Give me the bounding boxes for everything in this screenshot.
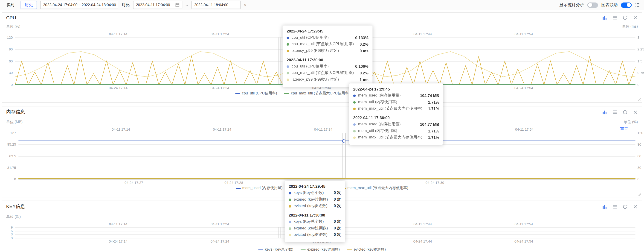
time-range-input[interactable]: 2022-04-24 17:04:00 ~ 2022-04-24 18:04:0… xyxy=(40,1,118,9)
series-dot xyxy=(289,192,291,194)
legend-item[interactable]: cpu_util (CPU使用率) xyxy=(235,91,277,96)
bar-chart-view-icon[interactable] xyxy=(602,204,607,209)
series-value: 1.71% xyxy=(422,106,439,111)
refresh-icon[interactable] xyxy=(622,110,628,114)
x-axis-label-top: 04-11 17:44 xyxy=(410,32,436,36)
x-axis-label-top: 04-11 17:24 xyxy=(207,32,233,36)
y-axis-tick-left: 63.5 xyxy=(2,154,16,158)
tooltip-row: mem_max_util (节点最大内存使用率)1.71% xyxy=(353,135,439,140)
clear-compare-icon[interactable]: × xyxy=(244,3,246,7)
compare-end-input[interactable]: 2022-04-11 18:04:00 xyxy=(191,1,240,9)
table-view-icon[interactable] xyxy=(612,110,617,114)
series-dot xyxy=(353,130,356,132)
calendar-icon xyxy=(176,3,180,7)
tooltip-row: mem_util (内存使用率)1.71% xyxy=(353,128,439,134)
legend-item[interactable]: evicted (key驱逐数) xyxy=(347,247,386,252)
series-label: mem_max_util (节点最大内存使用率) xyxy=(358,106,422,111)
legend-item[interactable]: mem_max_util (节点最大内存使用率) xyxy=(341,185,408,191)
series-label: keys (Key总个数) xyxy=(294,190,324,195)
chart-manage-icon[interactable] xyxy=(635,3,640,7)
bar-chart-view-icon[interactable] xyxy=(602,110,607,114)
panel-title: KEY信息 xyxy=(6,203,25,210)
series-label: latency_p99 (P99执行时延) xyxy=(292,77,339,82)
data-point-marker xyxy=(342,139,345,143)
y-axis-tick-left: 120 xyxy=(2,35,13,39)
compare-start-input[interactable]: 2022-04-11 17:04:00 xyxy=(133,1,182,9)
series-label: mem_util (内存使用率) xyxy=(358,128,397,134)
x-axis-label-bottom: 04-24 17:24 xyxy=(207,239,233,243)
tooltip-row: expired (key过期数)0 次 xyxy=(289,226,341,231)
series-dot xyxy=(353,101,356,103)
show-stats-toggle[interactable] xyxy=(588,2,598,8)
key-tooltip: 2022-04-24 17:29:45keys (Key总个数)0 次expir… xyxy=(285,181,345,242)
y-axis-tick-right: 3 xyxy=(637,35,639,39)
series-value: 0.2% xyxy=(354,71,368,75)
chart-link-toggle[interactable] xyxy=(621,2,632,8)
series-label: mem_used (内存使用量) xyxy=(358,122,401,127)
toggle-knob xyxy=(627,3,631,7)
legend-swatch xyxy=(236,188,240,189)
chart-canvas xyxy=(18,133,635,179)
legend-item[interactable]: mem_used (内存使用量) xyxy=(236,185,282,191)
series-dot xyxy=(289,233,291,236)
bar-chart-view-icon[interactable] xyxy=(602,15,607,20)
series-value: 0.133% xyxy=(350,35,368,40)
history-tab[interactable]: 历史 xyxy=(20,1,37,9)
series-dot xyxy=(287,72,289,74)
legend-swatch xyxy=(301,249,306,250)
tooltip-row: mem_used (内存使用量)104.74 MB xyxy=(353,93,439,98)
y-axis-tick-left: 95.25 xyxy=(2,142,16,146)
x-axis-label-bottom: 04-24 17:27 xyxy=(120,180,147,184)
legend-item[interactable]: cpu_max_util (节点最大CPU使用率) xyxy=(284,91,350,96)
series-value: 0.2% xyxy=(354,42,368,47)
y-axis-tick-right: 0.75 xyxy=(637,71,644,75)
legend: keys (Key总个数)expired (key过期数)evicted (ke… xyxy=(2,247,642,252)
x-axis-label-top: 04-11 17:34 xyxy=(310,127,336,132)
x-axis-label-top: 04-11 17:54 xyxy=(510,32,537,36)
legend-label: evicted (key驱逐数) xyxy=(354,247,386,252)
series-value: 0 次 xyxy=(328,232,341,237)
series-dot xyxy=(353,94,356,97)
panel-title: CPU xyxy=(6,15,16,20)
panel-close-icon[interactable] xyxy=(633,204,638,209)
x-axis-label-bottom: 04-24 17:14 xyxy=(105,86,131,90)
x-axis-label-top: 04-11 17:54 xyxy=(511,127,538,132)
panel-close-icon[interactable] xyxy=(633,15,638,20)
panel-header: 内存信息 xyxy=(6,109,638,115)
legend-item[interactable]: keys (Key总个数) xyxy=(258,247,294,252)
series-value: 0.106% xyxy=(350,64,368,69)
table-view-icon[interactable] xyxy=(612,15,617,20)
tooltip-row: cpu_util (CPU使用率)0.133% xyxy=(287,35,368,40)
memory-tooltip: 2022-04-24 17:29:45mem_used (内存使用量)104.7… xyxy=(349,83,443,145)
tooltip-row: cpu_util (CPU使用率)0.106% xyxy=(287,64,368,69)
series-value: 1.71% xyxy=(422,100,439,105)
resize-handle-icon[interactable] xyxy=(637,192,641,196)
legend-item[interactable]: expired (key过期数) xyxy=(301,247,340,252)
table-view-icon[interactable] xyxy=(612,204,617,209)
series-value: 0 ms xyxy=(354,49,368,53)
reset-zoom-link[interactable]: 重置 xyxy=(620,126,628,132)
cpu-tooltip: 2022-04-24 17:29:45cpu_util (CPU使用率)0.13… xyxy=(283,26,373,87)
panel-close-icon[interactable] xyxy=(633,110,638,114)
tooltip-row: keys (Key总个数)0 次 xyxy=(289,190,341,195)
unit-right-label: 单位 (ms) xyxy=(622,24,638,29)
tooltip-time: 2022-04-24 17:29:45 xyxy=(353,87,439,91)
series-value: 1.71% xyxy=(422,135,439,140)
x-axis-label-top: 04-11 17:44 xyxy=(410,222,436,226)
tooltip-row: evicted (key驱逐数)0 次 xyxy=(289,232,341,237)
series-dot xyxy=(353,108,356,110)
x-axis-label-top: 04-11 17:14 xyxy=(105,222,131,226)
tooltip-row: keys (Key总个数)0 次 xyxy=(289,219,341,224)
legend-label: mem_max_util (节点最大内存使用率) xyxy=(348,185,408,191)
resize-handle-icon[interactable] xyxy=(637,98,641,102)
refresh-icon[interactable] xyxy=(622,15,628,20)
dashboard-root: 实时 历史 2022-04-24 17:04:00 ~ 2022-04-24 1… xyxy=(0,0,644,252)
x-axis-label-bottom: 04-24 17:24 xyxy=(207,86,233,90)
legend: cpu_util (CPU使用率)cpu_max_util (节点最大CPU使用… xyxy=(2,91,642,96)
realtime-tab[interactable]: 实时 xyxy=(4,1,17,9)
y-axis-tick-left: 0 xyxy=(2,177,16,181)
tooltip-row: latency_p99 (P99执行时延)1 ms xyxy=(287,77,368,82)
y-axis-tick-right: 0 xyxy=(637,177,639,181)
refresh-icon[interactable] xyxy=(622,204,628,209)
tooltip-time: 2022-04-24 17:29:45 xyxy=(287,29,368,33)
